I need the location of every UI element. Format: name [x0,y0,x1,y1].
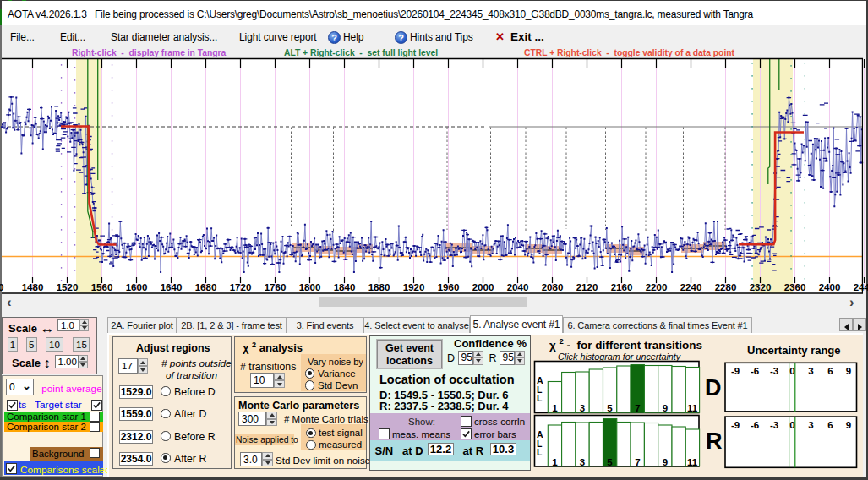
svg-text:-9: -9 [731,420,740,430]
svg-text:6: 6 [827,366,833,376]
svg-text:9: 9 [846,420,851,430]
svg-text:-6: -6 [751,420,759,430]
svg-text:6: 6 [827,420,833,430]
svg-text:0: 0 [789,420,794,430]
svg-text:-9: -9 [731,366,740,376]
svg-text:9: 9 [846,366,851,376]
svg-text:-6: -6 [751,366,759,376]
svg-text:3: 3 [808,366,813,376]
svg-text:0: 0 [789,366,794,376]
svg-text:-3: -3 [770,366,778,376]
svg-text:-3: -3 [770,420,778,430]
svg-text:3: 3 [808,420,813,430]
